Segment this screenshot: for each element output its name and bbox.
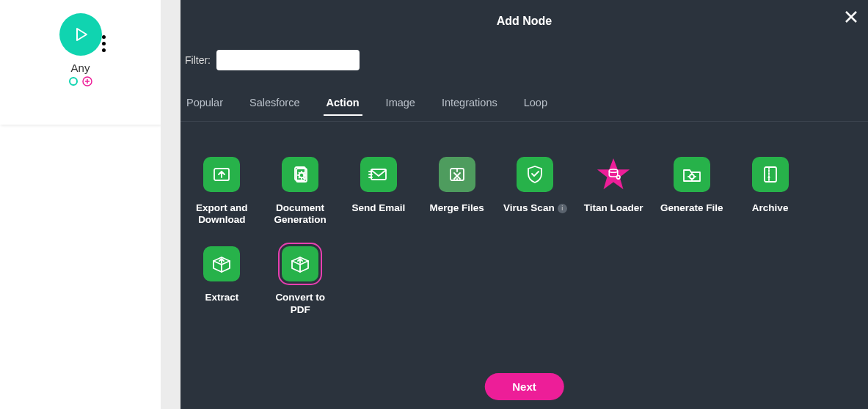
node-label: Any <box>71 62 90 74</box>
canvas-side-panel: Any <box>0 0 161 125</box>
zip-icon <box>752 157 789 192</box>
action-tile-label: Export and Download <box>187 202 257 226</box>
svg-rect-18 <box>618 177 620 179</box>
action-tile-extract[interactable]: Extract <box>186 246 258 315</box>
action-tile-label: Virus Scani <box>503 202 567 214</box>
action-tile-label: Send Email <box>351 202 405 214</box>
action-tile-send-email[interactable]: Send Email <box>343 157 415 226</box>
svg-rect-20 <box>765 167 776 182</box>
node-menu-button[interactable] <box>102 35 106 52</box>
svg-rect-10 <box>371 169 386 180</box>
action-tile-convert-to-pdf[interactable]: Convert to PDF <box>265 246 336 315</box>
merge-icon <box>439 157 475 192</box>
box-extract-icon <box>203 246 240 281</box>
action-tile-titan-loader[interactable]: Titan Loader <box>578 157 649 226</box>
star-db-icon <box>595 157 632 192</box>
action-tile-virus-scan[interactable]: Virus Scani <box>500 157 571 226</box>
workspace-backdrop: Add Node Filter: PopularSalesforceAction… <box>161 0 868 409</box>
status-circle-icon <box>69 77 78 86</box>
action-tile-label: Archive <box>752 202 789 214</box>
upload-icon <box>203 157 240 192</box>
info-icon[interactable]: i <box>558 204 567 213</box>
tab-salesforce[interactable]: Salesforce <box>249 97 300 115</box>
svg-point-22 <box>767 177 770 179</box>
action-tile-label: Merge Files <box>429 202 484 214</box>
tab-loop[interactable]: Loop <box>524 97 547 115</box>
play-icon <box>72 26 90 43</box>
action-grid: Export and DownloadDocument GenerationSe… <box>180 122 812 316</box>
play-button[interactable] <box>59 13 102 56</box>
doc-gear-icon <box>282 157 318 192</box>
action-tile-label: Titan Loader <box>584 202 643 214</box>
action-tile-label: Generate File <box>660 202 723 214</box>
action-tile-label: Convert to PDF <box>266 292 335 315</box>
envelope-icon <box>360 157 397 192</box>
action-tile-document-generation[interactable]: Document Generation <box>265 157 336 226</box>
start-node[interactable]: Any <box>0 13 161 86</box>
action-tile-generate-file[interactable]: Generate File <box>657 157 728 226</box>
action-tile-label: Document Generation <box>266 202 335 226</box>
folder-gear-icon <box>674 157 710 192</box>
add-node-modal: Add Node Filter: PopularSalesforceAction… <box>180 0 868 409</box>
action-tile-label: Extract <box>205 292 238 303</box>
svg-marker-15 <box>597 158 630 189</box>
modal-title: Add Node <box>180 0 868 28</box>
tab-image[interactable]: Image <box>386 97 415 115</box>
node-status-icons <box>69 76 92 86</box>
action-tile-merge-files[interactable]: Merge Files <box>421 157 492 226</box>
tab-action[interactable]: Action <box>327 97 360 115</box>
action-tile-archive[interactable]: Archive <box>734 157 806 226</box>
filter-row: Filter: <box>180 50 868 70</box>
category-tabs: PopularSalesforceActionImageIntegrations… <box>180 97 868 122</box>
next-button[interactable]: Next <box>484 373 564 400</box>
action-tile-export-and-download[interactable]: Export and Download <box>186 157 258 226</box>
tab-popular[interactable]: Popular <box>186 97 223 115</box>
filter-input[interactable] <box>216 50 360 70</box>
svg-marker-0 <box>77 29 87 40</box>
filter-label: Filter: <box>185 54 211 66</box>
box-convert-icon <box>282 246 318 281</box>
add-node-icon[interactable] <box>82 76 92 86</box>
tab-integrations[interactable]: Integrations <box>442 97 497 115</box>
close-button[interactable] <box>843 9 859 25</box>
shield-icon <box>517 157 553 192</box>
